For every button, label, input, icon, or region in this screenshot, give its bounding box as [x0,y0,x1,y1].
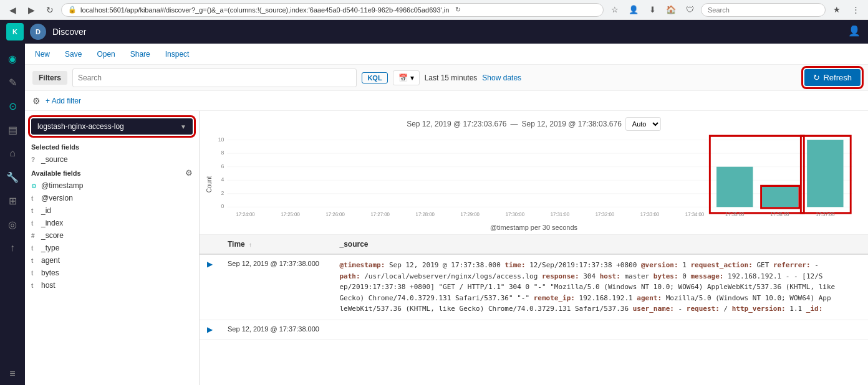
filters-search-input[interactable] [72,69,357,87]
svg-text:17:27:00: 17:27:00 [371,212,390,217]
field-row-version[interactable]: t @version [25,192,199,204]
field-name-bytes: bytes [41,269,59,277]
star-button[interactable]: ★ [829,2,844,17]
svg-text:6: 6 [221,163,224,169]
inspect-button[interactable]: Inspect [163,49,192,60]
field-row-host[interactable]: t host [25,279,199,292]
field-key-path: path: [339,272,360,280]
sort-arrow-icon[interactable]: ↑ [249,242,252,248]
kql-badge[interactable]: KQL [362,72,387,83]
field-val-message: 192.168.192.1 - - [12/S [728,272,822,280]
settings-icon[interactable]: ⚙ [32,96,41,106]
field-type-bytes: t [31,270,37,277]
expand-row-2-button[interactable]: ▶ [207,325,213,334]
field-row-index[interactable]: t _index [25,217,199,229]
field-key-username: user_name: [633,305,674,313]
nav-icon-dashboard[interactable]: ⌂ [1,142,24,164]
svg-text:17:37:00: 17:37:00 [816,212,835,217]
open-button[interactable]: Open [94,49,117,60]
field-type-score: # [31,232,37,239]
calendar-chevron: ▾ [410,74,414,82]
nav-icon-ml[interactable]: ◎ [1,213,24,235]
svg-text:17:24:00: 17:24:00 [236,212,255,217]
main-content: logstash-nginx-access-log ▼ Selected fie… [25,111,868,385]
field-key-timestamp: @timestamp: [339,261,385,269]
nav-icon-apm[interactable]: ↑ [1,237,24,259]
table-cell-source: @timestamp: Sep 12, 2019 @ 17:37:38.000 … [332,254,868,320]
refresh-spinner-icon: ↻ [813,73,820,82]
svg-text:2: 2 [221,190,224,196]
save-button[interactable]: Save [62,49,84,60]
field-type-index: t [31,220,37,227]
nav-icon-more[interactable]: ≡ [1,363,24,385]
field-row-agent[interactable]: t agent [25,254,199,267]
index-name-box[interactable]: logstash-nginx-access-log ▼ [31,118,193,135]
nav-icon-management[interactable]: ⊞ [1,189,24,212]
field-val-version: 1 [682,261,690,269]
chart-separator: — [511,120,518,128]
field-key-request-action: request_action: [690,261,752,269]
index-name-text: logstash-nginx-access-log [37,122,124,131]
content-area: New Save Open Share Inspect Filters KQL … [25,44,868,385]
calendar-button[interactable]: 📅 ▾ [393,70,420,85]
field-val-response: 304 [583,272,600,280]
kibana-logo: K [6,23,24,40]
count-label: Count [206,176,213,193]
browser-search-input[interactable] [701,3,826,17]
nav-icon-edit[interactable]: ✎ [1,71,24,93]
field-row-type[interactable]: t _type [25,242,199,254]
svg-text:17:36:00: 17:36:00 [770,212,789,217]
forward-button[interactable]: ▶ [24,2,39,17]
refresh-button[interactable]: ↻ Refresh [804,69,861,86]
chart-svg: 10 8 6 4 2 0 [212,135,856,222]
field-row-score[interactable]: # _score [25,229,199,242]
back-button[interactable]: ◀ [5,2,20,17]
chart-time-end: Sep 12, 2019 @ 17:38:03.676 [522,120,622,128]
field-key-docid: _id: [806,305,823,313]
main-layout: ◉ ✎ ⊙ ▤ ⌂ 🔧 ⊞ ◎ ↑ ≡ New Save Open Share … [0,44,868,385]
field-name-version: @version [41,194,73,202]
app-topbar: K D Discover 👤 [0,20,868,44]
share-button[interactable]: Share [128,49,153,60]
field-row-timestamp[interactable]: ⊙ @timestamp [25,179,199,192]
field-key-host: host: [600,272,620,280]
nav-icon-home[interactable]: ◉ [1,47,24,70]
show-dates-button[interactable]: Show dates [482,74,521,82]
refresh-browser-button[interactable]: ↻ [42,2,57,17]
bookmark-button[interactable]: ☆ [607,2,622,17]
field-row-bytes[interactable]: t bytes [25,267,199,279]
chart-wrapper: Count 10 8 6 4 2 0 [212,135,856,234]
nav-icon-discover[interactable]: ⊙ [1,95,24,117]
home-browser-button[interactable]: 🏠 [663,2,678,17]
nav-icon-visualize[interactable]: ▤ [1,118,24,141]
add-filter-link[interactable]: + Add filter [46,97,81,105]
shield-browser-button[interactable]: 🛡 [682,2,697,17]
table-header-source: _source [332,235,868,254]
fields-gear-icon[interactable]: ⚙ [185,168,193,178]
auto-select[interactable]: Auto [625,117,661,131]
field-row-source[interactable]: ? _source [25,153,199,166]
field-val-host: master [624,272,653,280]
settings-browser-button[interactable]: ⋮ [848,2,863,17]
avatar-icon[interactable]: 👤 [848,25,862,39]
field-row-id[interactable]: t _id [25,204,199,217]
user-profile-button[interactable]: 👤 [626,2,641,17]
selected-fields-title: Selected fields [25,140,199,153]
field-type-type: t [31,245,37,252]
chart-bar-1136 [762,187,798,207]
chart-bar-1135 [716,167,753,207]
table-cell-expand: ▶ [200,254,220,320]
field-val-remote-ip: 192.168.192.1 [579,294,637,302]
field-name-host: host [41,281,55,290]
field-type-source: ? [31,156,37,163]
field-val-referrer: - [814,261,819,269]
new-button[interactable]: New [32,49,52,60]
field-name-score: _score [41,231,64,240]
field-val-agent: Mozilla/5.0 (Windows NT 10.0; WOW64) App [666,294,831,302]
nav-icon-dev-tools[interactable]: 🔧 [1,166,24,188]
svg-text:10: 10 [218,136,224,142]
expand-row-button[interactable]: ▶ [207,260,213,269]
download-button[interactable]: ⬇ [645,2,660,17]
index-chevron-icon: ▼ [180,123,186,130]
url-bar[interactable]: 🔒 localhost:5601/app/kibana#/discover?_g… [61,3,604,17]
